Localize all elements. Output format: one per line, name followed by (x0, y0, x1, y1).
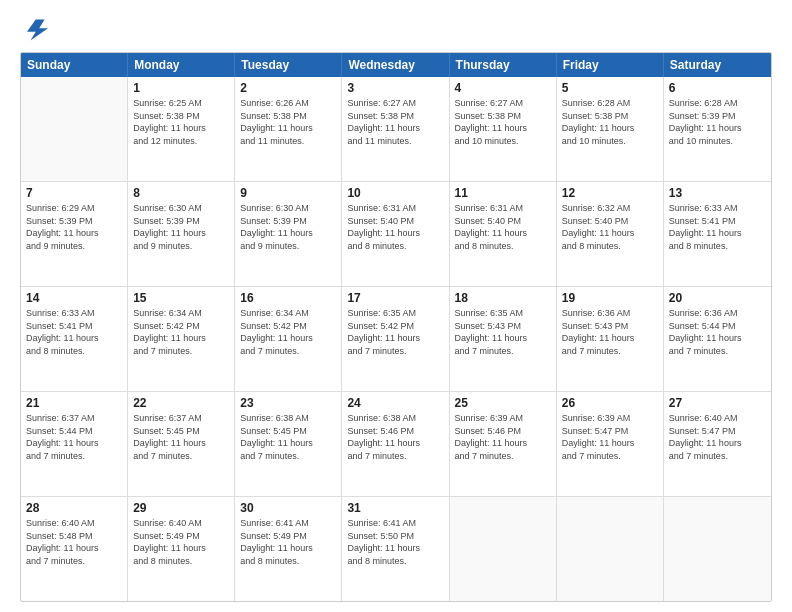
weekday-header: Monday (128, 53, 235, 77)
calendar-cell: 29Sunrise: 6:40 AM Sunset: 5:49 PM Dayli… (128, 497, 235, 601)
day-number: 24 (347, 395, 443, 411)
cell-info: Sunrise: 6:40 AM Sunset: 5:48 PM Dayligh… (26, 517, 122, 567)
calendar-cell: 3Sunrise: 6:27 AM Sunset: 5:38 PM Daylig… (342, 77, 449, 181)
day-number: 12 (562, 185, 658, 201)
day-number: 23 (240, 395, 336, 411)
calendar-cell: 26Sunrise: 6:39 AM Sunset: 5:47 PM Dayli… (557, 392, 664, 496)
calendar-row: 28Sunrise: 6:40 AM Sunset: 5:48 PM Dayli… (21, 497, 771, 601)
cell-info: Sunrise: 6:30 AM Sunset: 5:39 PM Dayligh… (133, 202, 229, 252)
calendar-cell (450, 497, 557, 601)
calendar-row: 7Sunrise: 6:29 AM Sunset: 5:39 PM Daylig… (21, 182, 771, 287)
cell-info: Sunrise: 6:28 AM Sunset: 5:39 PM Dayligh… (669, 97, 766, 147)
cell-info: Sunrise: 6:33 AM Sunset: 5:41 PM Dayligh… (26, 307, 122, 357)
weekday-header: Sunday (21, 53, 128, 77)
calendar-cell: 8Sunrise: 6:30 AM Sunset: 5:39 PM Daylig… (128, 182, 235, 286)
cell-info: Sunrise: 6:39 AM Sunset: 5:47 PM Dayligh… (562, 412, 658, 462)
cell-info: Sunrise: 6:34 AM Sunset: 5:42 PM Dayligh… (240, 307, 336, 357)
cell-info: Sunrise: 6:35 AM Sunset: 5:43 PM Dayligh… (455, 307, 551, 357)
day-number: 20 (669, 290, 766, 306)
cell-info: Sunrise: 6:39 AM Sunset: 5:46 PM Dayligh… (455, 412, 551, 462)
cell-info: Sunrise: 6:36 AM Sunset: 5:44 PM Dayligh… (669, 307, 766, 357)
calendar-cell: 17Sunrise: 6:35 AM Sunset: 5:42 PM Dayli… (342, 287, 449, 391)
day-number: 9 (240, 185, 336, 201)
day-number: 5 (562, 80, 658, 96)
logo-icon (20, 16, 48, 44)
cell-info: Sunrise: 6:38 AM Sunset: 5:46 PM Dayligh… (347, 412, 443, 462)
cell-info: Sunrise: 6:41 AM Sunset: 5:50 PM Dayligh… (347, 517, 443, 567)
calendar-cell: 30Sunrise: 6:41 AM Sunset: 5:49 PM Dayli… (235, 497, 342, 601)
calendar-body: 1Sunrise: 6:25 AM Sunset: 5:38 PM Daylig… (21, 77, 771, 601)
day-number: 31 (347, 500, 443, 516)
day-number: 6 (669, 80, 766, 96)
cell-info: Sunrise: 6:37 AM Sunset: 5:45 PM Dayligh… (133, 412, 229, 462)
cell-info: Sunrise: 6:34 AM Sunset: 5:42 PM Dayligh… (133, 307, 229, 357)
cell-info: Sunrise: 6:29 AM Sunset: 5:39 PM Dayligh… (26, 202, 122, 252)
cell-info: Sunrise: 6:28 AM Sunset: 5:38 PM Dayligh… (562, 97, 658, 147)
cell-info: Sunrise: 6:37 AM Sunset: 5:44 PM Dayligh… (26, 412, 122, 462)
day-number: 4 (455, 80, 551, 96)
calendar-cell: 15Sunrise: 6:34 AM Sunset: 5:42 PM Dayli… (128, 287, 235, 391)
calendar-header: SundayMondayTuesdayWednesdayThursdayFrid… (21, 53, 771, 77)
calendar-cell: 14Sunrise: 6:33 AM Sunset: 5:41 PM Dayli… (21, 287, 128, 391)
page: SundayMondayTuesdayWednesdayThursdayFrid… (0, 0, 792, 612)
day-number: 21 (26, 395, 122, 411)
day-number: 27 (669, 395, 766, 411)
day-number: 18 (455, 290, 551, 306)
cell-info: Sunrise: 6:31 AM Sunset: 5:40 PM Dayligh… (347, 202, 443, 252)
calendar-cell: 13Sunrise: 6:33 AM Sunset: 5:41 PM Dayli… (664, 182, 771, 286)
calendar-cell: 21Sunrise: 6:37 AM Sunset: 5:44 PM Dayli… (21, 392, 128, 496)
weekday-header: Saturday (664, 53, 771, 77)
cell-info: Sunrise: 6:25 AM Sunset: 5:38 PM Dayligh… (133, 97, 229, 147)
calendar-cell: 24Sunrise: 6:38 AM Sunset: 5:46 PM Dayli… (342, 392, 449, 496)
cell-info: Sunrise: 6:40 AM Sunset: 5:47 PM Dayligh… (669, 412, 766, 462)
cell-info: Sunrise: 6:27 AM Sunset: 5:38 PM Dayligh… (347, 97, 443, 147)
calendar-cell (664, 497, 771, 601)
header (20, 16, 772, 44)
cell-info: Sunrise: 6:31 AM Sunset: 5:40 PM Dayligh… (455, 202, 551, 252)
calendar-cell: 27Sunrise: 6:40 AM Sunset: 5:47 PM Dayli… (664, 392, 771, 496)
day-number: 10 (347, 185, 443, 201)
calendar-cell: 9Sunrise: 6:30 AM Sunset: 5:39 PM Daylig… (235, 182, 342, 286)
calendar-cell: 19Sunrise: 6:36 AM Sunset: 5:43 PM Dayli… (557, 287, 664, 391)
day-number: 7 (26, 185, 122, 201)
cell-info: Sunrise: 6:33 AM Sunset: 5:41 PM Dayligh… (669, 202, 766, 252)
day-number: 17 (347, 290, 443, 306)
weekday-header: Friday (557, 53, 664, 77)
day-number: 15 (133, 290, 229, 306)
weekday-header: Tuesday (235, 53, 342, 77)
calendar-cell: 20Sunrise: 6:36 AM Sunset: 5:44 PM Dayli… (664, 287, 771, 391)
day-number: 1 (133, 80, 229, 96)
calendar-cell: 28Sunrise: 6:40 AM Sunset: 5:48 PM Dayli… (21, 497, 128, 601)
day-number: 8 (133, 185, 229, 201)
calendar-cell: 12Sunrise: 6:32 AM Sunset: 5:40 PM Dayli… (557, 182, 664, 286)
calendar-cell: 16Sunrise: 6:34 AM Sunset: 5:42 PM Dayli… (235, 287, 342, 391)
day-number: 2 (240, 80, 336, 96)
calendar-cell: 5Sunrise: 6:28 AM Sunset: 5:38 PM Daylig… (557, 77, 664, 181)
day-number: 30 (240, 500, 336, 516)
calendar-cell: 6Sunrise: 6:28 AM Sunset: 5:39 PM Daylig… (664, 77, 771, 181)
day-number: 14 (26, 290, 122, 306)
calendar-cell: 23Sunrise: 6:38 AM Sunset: 5:45 PM Dayli… (235, 392, 342, 496)
calendar-cell: 18Sunrise: 6:35 AM Sunset: 5:43 PM Dayli… (450, 287, 557, 391)
calendar-cell: 2Sunrise: 6:26 AM Sunset: 5:38 PM Daylig… (235, 77, 342, 181)
day-number: 25 (455, 395, 551, 411)
cell-info: Sunrise: 6:32 AM Sunset: 5:40 PM Dayligh… (562, 202, 658, 252)
cell-info: Sunrise: 6:26 AM Sunset: 5:38 PM Dayligh… (240, 97, 336, 147)
svg-marker-0 (27, 20, 48, 41)
cell-info: Sunrise: 6:30 AM Sunset: 5:39 PM Dayligh… (240, 202, 336, 252)
day-number: 3 (347, 80, 443, 96)
logo (20, 16, 52, 44)
calendar-cell: 10Sunrise: 6:31 AM Sunset: 5:40 PM Dayli… (342, 182, 449, 286)
calendar-row: 1Sunrise: 6:25 AM Sunset: 5:38 PM Daylig… (21, 77, 771, 182)
day-number: 16 (240, 290, 336, 306)
day-number: 22 (133, 395, 229, 411)
calendar-cell: 31Sunrise: 6:41 AM Sunset: 5:50 PM Dayli… (342, 497, 449, 601)
calendar-cell: 11Sunrise: 6:31 AM Sunset: 5:40 PM Dayli… (450, 182, 557, 286)
calendar-cell: 1Sunrise: 6:25 AM Sunset: 5:38 PM Daylig… (128, 77, 235, 181)
day-number: 13 (669, 185, 766, 201)
weekday-header: Thursday (450, 53, 557, 77)
calendar-cell: 7Sunrise: 6:29 AM Sunset: 5:39 PM Daylig… (21, 182, 128, 286)
cell-info: Sunrise: 6:27 AM Sunset: 5:38 PM Dayligh… (455, 97, 551, 147)
calendar-cell: 22Sunrise: 6:37 AM Sunset: 5:45 PM Dayli… (128, 392, 235, 496)
calendar-row: 14Sunrise: 6:33 AM Sunset: 5:41 PM Dayli… (21, 287, 771, 392)
